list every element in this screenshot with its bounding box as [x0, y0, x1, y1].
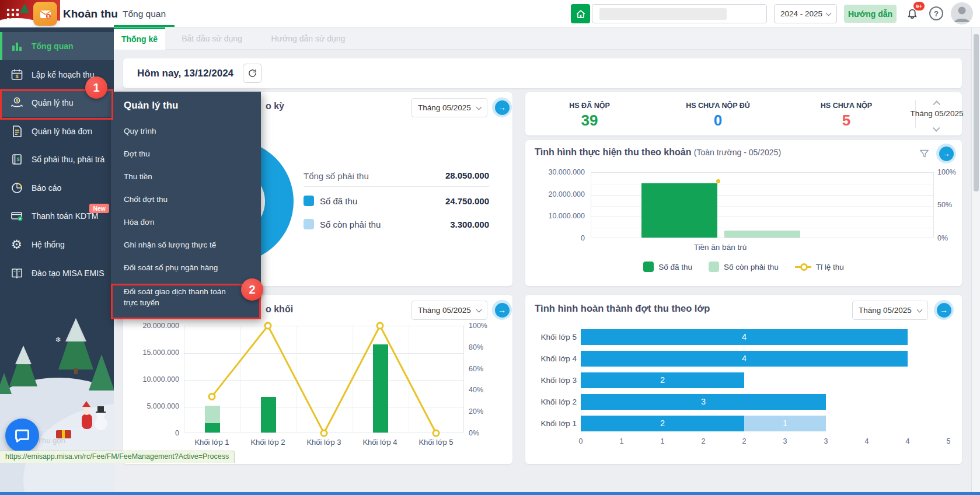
x-tick: 2 — [733, 437, 756, 445]
hand-coin-icon: $ — [9, 95, 25, 111]
y-tick: 0 — [531, 234, 585, 242]
sidebar-item-label: Quản lý thu — [32, 98, 74, 107]
row-label: Khối lớp 1 — [525, 419, 577, 428]
class-detail-arrow-button[interactable]: → — [934, 300, 954, 320]
y2-tick: 100% — [937, 168, 956, 176]
ledger-icon: $ — [9, 152, 25, 168]
sidebar-item-tong-quan[interactable]: Tổng quan — [0, 32, 114, 60]
x-category-label: Tiền ăn bán trú — [627, 243, 814, 252]
overview-bars-icon — [9, 39, 25, 54]
guide-button[interactable]: Hướng dẫn — [844, 5, 897, 23]
rate-marker — [716, 179, 720, 183]
active-tab-underline — [114, 25, 175, 27]
refresh-button[interactable] — [243, 64, 262, 83]
envelope-icon: $ — [39, 7, 53, 21]
row-label: Khối lớp 4 — [525, 354, 577, 363]
submenu-item-quy-trinh[interactable]: Quy trình — [111, 126, 261, 137]
sidebar-item-label: Báo cáo — [32, 183, 61, 193]
tab-tong-quan[interactable]: Tổng quan — [114, 0, 175, 27]
submenu-item-chot-dot-thu[interactable]: Chốt đợt thu — [111, 194, 261, 205]
sidebar-item-bao-cao[interactable]: Báo cáo — [0, 174, 114, 202]
completion-bar: 2 — [581, 372, 744, 388]
training-book-icon — [9, 266, 25, 281]
tree-trunk — [74, 368, 78, 374]
student-stats-card: HS ĐÃ NỘP 39 HS CHƯA NỘP ĐỦ 0 HS CHƯA NỘ… — [525, 92, 962, 135]
school-name-input[interactable] — [592, 4, 767, 23]
grade-detail-arrow-button[interactable]: → — [492, 300, 512, 320]
submenu-item-dot-thu[interactable]: Đợt thu — [111, 148, 261, 159]
fee-by-grade-chart-card: o khối Tháng 05/2025 → 20.000.000 15.000… — [123, 295, 512, 464]
filter-button[interactable] — [919, 148, 930, 159]
christmas-tree — [89, 354, 114, 391]
x-tick: 1 — [610, 437, 633, 445]
santa-decor — [83, 407, 90, 415]
collected-bar — [205, 423, 220, 433]
collected-label: Số đã thu — [320, 196, 357, 206]
month-step-down-button[interactable] — [931, 122, 942, 133]
avatar[interactable] — [951, 2, 973, 25]
help-button[interactable]: ? — [929, 6, 943, 20]
submenu-item-hoa-don[interactable]: Hóa đơn — [111, 217, 261, 228]
scrollbar-thumb[interactable] — [974, 34, 979, 191]
remaining-label: Số còn phải thu — [320, 219, 381, 229]
tab-bat-dau-su-dung[interactable]: Bắt đầu sử dụng — [165, 27, 259, 50]
x-category-label: Khối lớp 3 — [296, 438, 352, 447]
vertical-scrollbar[interactable] — [971, 27, 980, 495]
submenu-item-doi-soat-giao-dich[interactable]: Đối soát giao dịch thanh toán trực tuyến — [111, 286, 261, 308]
x-tick: 3 — [773, 437, 797, 445]
submenu-item-thu-tien[interactable]: Thu tiền — [111, 171, 261, 182]
y-tick: 10.000.000 — [531, 212, 585, 220]
funnel-icon — [919, 148, 930, 159]
status-bar-url: https://emisapp.misa.vn/rc/Fee/FM/FeeMan… — [0, 451, 235, 463]
home-school-button[interactable] — [571, 4, 590, 23]
santa-decor — [82, 401, 90, 407]
sidebar-item-he-thong[interactable]: ⚙ Hệ thống — [0, 231, 114, 259]
x-category-label: Khối lớp 2 — [240, 438, 296, 447]
y2-tick: 0% — [469, 429, 479, 437]
fee-by-item-plot — [591, 172, 934, 238]
period-month-value: Tháng 05/2025 — [418, 103, 471, 112]
fee-app-icon[interactable]: $ — [33, 2, 57, 26]
row-label: Khối lớp 3 — [525, 376, 577, 385]
sidebar-item-quan-ly-hoa-don[interactable]: Quản lý hóa đơn — [0, 117, 114, 145]
x-tick: 0 — [569, 437, 592, 445]
x-tick: 1 — [651, 437, 674, 445]
submenu-item-doi-soat-so-phu[interactable]: Đối soát sổ phụ ngân hàng — [111, 262, 261, 273]
fee-by-item-detail-arrow-button[interactable]: → — [936, 144, 956, 163]
sidebar-item-so-phai-thu-phai-tra[interactable]: $ Sổ phải thu, phải trả — [0, 145, 114, 173]
period-detail-arrow-button[interactable]: → — [492, 97, 512, 117]
chart-legend: Số đã thu Số còn phải thu Tỉ lệ thu — [525, 262, 962, 272]
sidebar-item-dao-tao-misa-emis[interactable]: Đào tạo MISA EMIS — [0, 259, 114, 287]
gear-icon: ⚙ — [9, 237, 25, 253]
tab-thong-ke[interactable]: Thống kê — [114, 27, 165, 50]
submenu-item-ghi-nhan-so-luong[interactable]: Ghi nhận số lượng thực tế — [111, 239, 261, 250]
month-step-up-button[interactable] — [931, 99, 942, 110]
collected-value: 24.750.000 — [374, 196, 489, 206]
x-tick: 3 — [814, 437, 838, 445]
stat-label: HS CHƯA NỘP ĐỦ — [665, 102, 770, 110]
x-tick: 2 — [692, 437, 715, 445]
chat-support-button[interactable] — [5, 419, 39, 452]
arrow-right-icon: → — [939, 147, 954, 161]
tab-huong-dan-su-dung[interactable]: Hướng dẫn sử dụng — [259, 27, 358, 50]
grade-month-select[interactable]: Tháng 05/2025 — [411, 301, 487, 320]
chevron-down-icon — [476, 104, 482, 110]
sidebar-item-thanh-toan-kdtm[interactable]: Thanh toán KDTM New — [0, 202, 114, 230]
period-month-select[interactable]: Tháng 05/2025 — [411, 98, 487, 117]
class-month-value: Tháng 05/2025 — [859, 306, 912, 315]
arrow-right-icon: → — [495, 303, 510, 318]
remaining-value: 3.300.000 — [374, 219, 489, 229]
snowman-decor — [95, 417, 107, 430]
x-tick: 5 — [937, 437, 960, 445]
class-month-select[interactable]: Tháng 05/2025 — [852, 301, 928, 320]
total-receivable-value: 28.050.000 — [374, 170, 489, 180]
sidebar-collapse-button[interactable]: Thu gọn — [37, 436, 65, 445]
tutorial-step-badge-1: 1 — [85, 76, 107, 99]
chevron-down-icon — [476, 306, 482, 312]
y2-tick: 40% — [469, 386, 483, 394]
legend-label: Số đã thu — [658, 263, 692, 271]
app-window: $ Khoản thu Tổng quan 2024 - 2025 Hướng … — [0, 0, 980, 495]
school-year-select[interactable]: 2024 - 2025 — [774, 4, 837, 23]
banner-tree-icon — [20, 4, 29, 13]
fee-by-item-chart-card: Tình hình thực hiện thu theo khoản (Toàn… — [525, 140, 962, 286]
